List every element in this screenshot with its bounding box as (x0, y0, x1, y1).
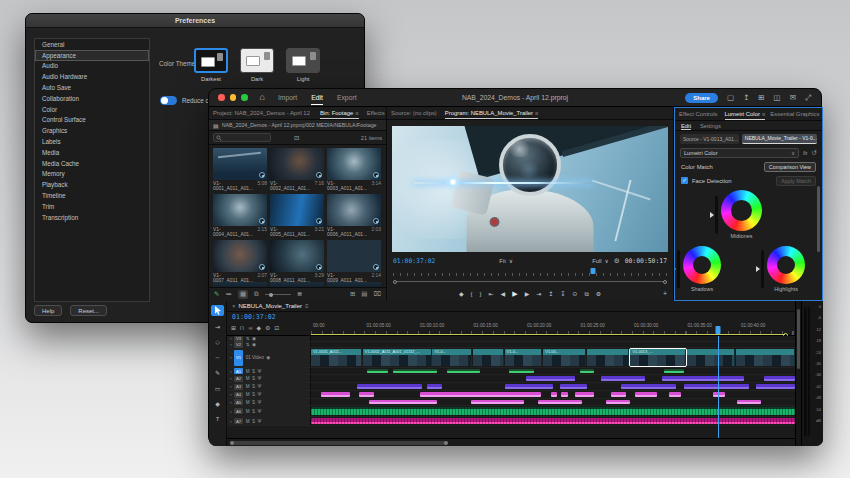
mark-out-icon[interactable]: } (480, 291, 482, 297)
audio-clip[interactable] (509, 369, 533, 373)
frameio-icon[interactable]: ⊞ (758, 94, 764, 102)
scrollbar-thumb[interactable] (231, 441, 447, 445)
track-target[interactable]: A2 (234, 376, 243, 382)
multicam-icon[interactable]: ⧉ (584, 291, 588, 297)
new-item-icon[interactable]: ▤ (361, 291, 367, 298)
audio-clip[interactable] (427, 384, 442, 389)
fx-bypass-icon[interactable]: fx (803, 150, 808, 156)
track-target[interactable]: A7 (234, 418, 243, 424)
apply-match-button[interactable]: Apply Match (776, 176, 816, 186)
audio-clip[interactable] (664, 369, 683, 373)
lock-icon[interactable]: ▫ (230, 342, 232, 347)
voiceover-icon[interactable]: Ψ (258, 384, 262, 389)
video-clip[interactable] (473, 349, 503, 366)
audio-clip[interactable] (764, 376, 795, 381)
lock-icon[interactable]: ▫ (230, 376, 232, 381)
preferences-sidebar-item[interactable]: Collaboration (35, 93, 149, 104)
audio-clip[interactable] (369, 400, 437, 404)
close-window-button[interactable] (218, 94, 225, 101)
timeline-settings-icon[interactable]: ⚙ (265, 326, 270, 332)
solo-icon[interactable]: S (252, 392, 255, 397)
audio-clip[interactable] (580, 369, 595, 373)
video-clip[interactable]: V1-0... (505, 349, 543, 366)
minimize-window-button[interactable] (230, 94, 237, 101)
pen-tool[interactable]: ✎ (211, 367, 224, 378)
lumetri-subtab[interactable]: Settings (700, 121, 721, 130)
hand-tool[interactable]: ◆ (211, 398, 224, 409)
solo-icon[interactable]: S (252, 409, 255, 414)
reset-button[interactable]: Reset... (70, 305, 107, 316)
audio-clip[interactable] (737, 400, 761, 404)
shadows-color-wheel[interactable] (683, 246, 721, 284)
video-clip[interactable]: V1-0001_A011... (311, 349, 362, 366)
audio-clip[interactable] (321, 392, 350, 397)
audio-clip[interactable] (713, 392, 725, 397)
nest-toggle-icon[interactable]: ⊞ (231, 326, 236, 332)
delete-icon[interactable]: ⌧ (374, 291, 382, 298)
button-editor-icon[interactable]: + (663, 290, 667, 297)
track-target[interactable]: A5 (234, 399, 243, 405)
preferences-sidebar-item[interactable]: Playback (35, 179, 149, 190)
effect-dropdown[interactable]: Lumetri Color∨ (680, 148, 799, 158)
lock-icon[interactable]: ▫ (230, 400, 232, 405)
menu-import[interactable]: Import (278, 94, 297, 101)
extract-icon[interactable]: ↧ (560, 291, 565, 297)
monitor-settings-icon[interactable]: ⚙ (614, 257, 620, 265)
lock-icon[interactable]: ▫ (230, 409, 232, 414)
preferences-sidebar-item[interactable]: Labels (35, 136, 149, 147)
lock-icon[interactable]: ▫ (230, 369, 232, 374)
audio-clip[interactable] (447, 369, 481, 373)
bin-clip[interactable]: V1-0009_A011_A01...2:14 (327, 240, 381, 283)
preferences-sidebar-item[interactable]: Media Cache (35, 158, 149, 169)
audio-clip[interactable] (621, 384, 677, 389)
thumbnail-zoom-slider[interactable] (265, 294, 291, 295)
sequence-tab[interactable]: NEBULA_Movie_Trailer (239, 303, 302, 309)
audio-track-lane[interactable] (311, 383, 795, 390)
track-lane[interactable] (311, 342, 795, 347)
audio-clip[interactable] (311, 418, 795, 424)
preferences-sidebar-item[interactable]: General (35, 39, 149, 50)
preferences-sidebar-item[interactable]: Transcription (35, 212, 149, 223)
track-target[interactable]: A4 (234, 392, 243, 398)
ripple-edit-tool[interactable]: ◇ (211, 336, 224, 347)
fullscreen-icon[interactable]: ⤢ (805, 94, 811, 102)
type-tool[interactable]: T (211, 414, 224, 425)
help-button[interactable]: Help (34, 305, 62, 316)
timeline-horizontal-scrollbar[interactable] (227, 438, 795, 446)
bin-clip[interactable]: V1-0001_A011_A01...5:08 (213, 148, 267, 191)
bin-clip[interactable]: V1-0005_A011_A01...3:21 (270, 194, 324, 237)
track-target[interactable]: V3 (234, 336, 243, 342)
panel-tab[interactable]: Project: NAB_2024_Demos - April 12 (213, 107, 312, 119)
lock-icon[interactable]: ▫ (230, 384, 232, 389)
track-visibility-icon[interactable]: ◉ (252, 342, 256, 347)
preferences-sidebar-item[interactable]: Timeline (35, 190, 149, 201)
audio-track-lane[interactable] (311, 399, 795, 405)
workspace-icon[interactable]: ▢ (727, 94, 734, 102)
selection-tool[interactable] (211, 305, 224, 316)
audio-clip[interactable] (606, 400, 630, 404)
sync-lock-icon[interactable]: ⇅ (246, 342, 250, 347)
mute-icon[interactable]: M (246, 409, 250, 414)
preferences-titlebar[interactable]: Preferences (26, 14, 364, 28)
menu-export[interactable]: Export (337, 94, 357, 101)
writable-icon[interactable]: ✎ (214, 291, 219, 298)
preferences-sidebar-item[interactable]: Control Surface (35, 115, 149, 126)
highlights-color-wheel[interactable] (767, 246, 805, 284)
mute-icon[interactable]: M (246, 392, 250, 397)
linked-selection-icon[interactable]: ∞ (248, 326, 252, 332)
list-view-icon[interactable]: ≔ (225, 291, 232, 298)
quick-export-icon[interactable]: ↥ (743, 94, 749, 102)
preferences-sidebar-item[interactable]: Audio (35, 61, 149, 72)
track-target[interactable]: A3 (234, 384, 243, 390)
midtones-luma-slider[interactable] (715, 196, 718, 234)
comments-icon[interactable]: ✉ (790, 94, 796, 102)
panel-menu-icon[interactable]: ≡ (305, 303, 309, 309)
track-select-tool[interactable]: ⇥ (211, 321, 224, 332)
audio-clip[interactable] (393, 369, 437, 373)
navigate-up-icon[interactable]: ⊡ (294, 134, 299, 142)
audio-clip[interactable] (662, 376, 744, 381)
bin-clip[interactable]: V1-0006_A011_A01...2:03 (327, 194, 381, 237)
shadows-luma-slider[interactable] (677, 250, 680, 288)
voiceover-icon[interactable]: Ψ (258, 400, 262, 405)
voiceover-icon[interactable]: Ψ (258, 392, 262, 397)
